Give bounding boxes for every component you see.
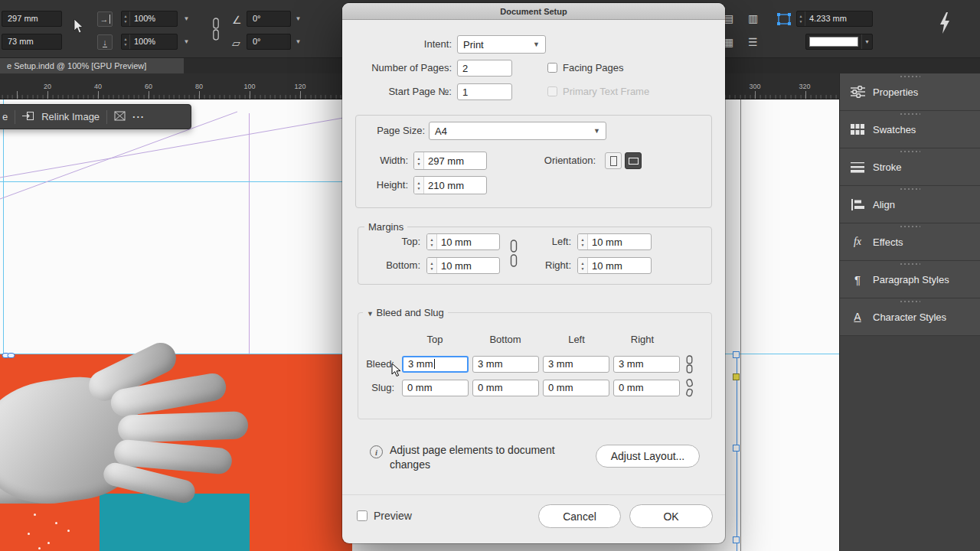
start-page-input[interactable] (457, 83, 512, 100)
flip-vertical-icon[interactable]: ↓ (97, 34, 113, 50)
selection-handle[interactable] (733, 536, 740, 543)
panel-stroke[interactable]: Stroke (840, 148, 980, 186)
margin-left-input[interactable] (588, 234, 651, 249)
chevron-down-icon[interactable]: ▼ (292, 11, 304, 27)
panel-label: Effects (873, 236, 903, 248)
bleed-slug-header[interactable]: ▼ Bleed and Slug (363, 307, 448, 318)
link-scale-icon[interactable] (211, 18, 220, 42)
ok-button[interactable]: OK (629, 504, 713, 528)
link-margins-icon[interactable] (508, 240, 519, 270)
stroke-weight-field[interactable]: ▲▼ 4.233 mm (796, 11, 873, 27)
width-input[interactable] (424, 152, 486, 169)
bleed-right-field[interactable]: 3 mm (613, 356, 680, 373)
stepper[interactable]: ▲▼ (414, 177, 424, 194)
orientation-portrait-button[interactable] (605, 152, 622, 169)
panel-grip[interactable] (900, 301, 920, 302)
link-bleed-icon[interactable] (684, 355, 694, 377)
ruler-tick-label: 320 (799, 83, 810, 90)
corner-yellow-handle[interactable] (733, 373, 740, 380)
mouse-cursor (391, 363, 401, 380)
slug-top-field[interactable]: 0 mm (402, 380, 469, 396)
panel-grip[interactable] (900, 226, 920, 227)
preview-checkbox[interactable] (357, 510, 368, 521)
width-field[interactable]: ▲▼ (413, 152, 487, 170)
document-tab[interactable]: e Setup.indd @ 100% [GPU Preview] (0, 58, 184, 73)
margin-bottom-label: Bottom: (358, 257, 420, 274)
relink-image-button[interactable]: Relink Image (41, 111, 100, 122)
stepper[interactable]: ▲▼ (578, 234, 588, 249)
bleed-bottom-field[interactable]: 3 mm (472, 356, 539, 373)
stepper[interactable]: ▲▼ (122, 11, 130, 26)
panel-label: Stroke (873, 161, 902, 173)
divider (106, 110, 107, 124)
panel-grip[interactable] (900, 113, 920, 115)
selection-edge[interactable] (737, 354, 737, 551)
stepper[interactable]: ▲▼ (427, 258, 437, 273)
stepper[interactable]: ▲▼ (414, 152, 424, 169)
chevron-down-icon[interactable]: ▼ (181, 34, 192, 50)
frame-icon[interactable] (114, 111, 126, 123)
sliders-icon (850, 86, 865, 98)
more-options-button[interactable]: ··· (132, 111, 145, 122)
margin-top-field[interactable]: ▲▼ (426, 233, 500, 250)
slug-left-field[interactable]: 0 mm (543, 380, 609, 396)
number-of-pages-input[interactable] (457, 60, 512, 77)
hand-photo[interactable] (0, 358, 280, 525)
margin-bottom-field[interactable]: ▲▼ (426, 257, 500, 274)
panel-paragraph-styles[interactable]: ¶ Paragraph Styles (840, 261, 980, 298)
margin-top-input[interactable] (437, 234, 499, 249)
rotation-field[interactable]: 0° (247, 11, 291, 27)
facing-pages-checkbox[interactable] (547, 63, 557, 73)
column-header-top: Top (412, 334, 458, 345)
unlink-slug-icon[interactable] (684, 379, 694, 400)
panel-grip[interactable] (900, 188, 920, 190)
chevron-down-icon[interactable]: ▼ (181, 11, 192, 27)
flip-horizontal-icon[interactable]: → (97, 11, 113, 27)
chevron-down-icon: ▼ (861, 34, 872, 49)
scale-y-field[interactable]: ▲▼ 100% (121, 34, 178, 50)
scale-x-field[interactable]: ▲▼ 100% (121, 11, 178, 27)
margin-bottom-input[interactable] (437, 258, 499, 273)
bleed-left-field[interactable]: 3 mm (543, 356, 609, 373)
link-badge-icon[interactable] (2, 349, 15, 363)
slug-right-field[interactable]: 0 mm (613, 380, 680, 396)
intent-dropdown[interactable]: Print ▼ (457, 35, 546, 54)
panel-align[interactable]: Align (840, 186, 980, 223)
selection-handle[interactable] (733, 351, 740, 358)
slug-bottom-field[interactable]: 0 mm (472, 380, 539, 396)
selection-handle[interactable] (733, 445, 740, 452)
margin-right-input[interactable] (588, 258, 651, 273)
stroke-color-swatch[interactable]: ▼ (805, 34, 873, 50)
panel-grip[interactable] (900, 151, 920, 152)
page-size-dropdown[interactable]: A4 ▼ (429, 122, 606, 140)
width-field-toolbar[interactable]: 297 mm (2, 11, 62, 27)
panel-grip[interactable] (900, 263, 920, 265)
stepper[interactable]: ▲▼ (122, 34, 130, 49)
cancel-button[interactable]: Cancel (538, 504, 621, 528)
adjust-layout-button[interactable]: Adjust Layout... (596, 445, 700, 468)
paragraph-lines-icon[interactable]: ☰ (748, 37, 758, 47)
panel-properties[interactable]: Properties (840, 73, 980, 111)
lightning-quick-apply-icon[interactable] (939, 12, 950, 35)
dialog-title-bar[interactable]: Document Setup (342, 3, 725, 20)
frame-handles-icon[interactable] (776, 12, 792, 28)
stepper[interactable]: ▲▼ (578, 258, 588, 273)
orientation-landscape-button[interactable] (625, 152, 642, 169)
bleed-top-field[interactable]: 3 mm (402, 356, 469, 373)
margin-right-field[interactable]: ▲▼ (577, 257, 652, 274)
height-field-toolbar[interactable]: 73 mm (2, 34, 62, 50)
ruler-tick-label: 40 (94, 83, 102, 90)
orientation-label: Orientation: (526, 152, 596, 170)
shear-field[interactable]: 0° (247, 34, 291, 50)
height-field[interactable]: ▲▼ (413, 176, 487, 194)
panel-swatches[interactable]: Swatches (840, 111, 980, 148)
margin-left-field[interactable]: ▲▼ (577, 233, 652, 250)
stepper[interactable]: ▲▼ (427, 234, 437, 249)
panel-character-styles[interactable]: A Character Styles (840, 298, 980, 336)
columns-icon[interactable]: ▥ (748, 13, 758, 24)
height-input[interactable] (424, 177, 486, 194)
panel-effects[interactable]: fx Effects (840, 223, 980, 261)
chevron-down-icon[interactable]: ▼ (292, 34, 304, 50)
panel-grip[interactable] (900, 76, 920, 77)
stepper[interactable]: ▲▼ (797, 11, 805, 26)
